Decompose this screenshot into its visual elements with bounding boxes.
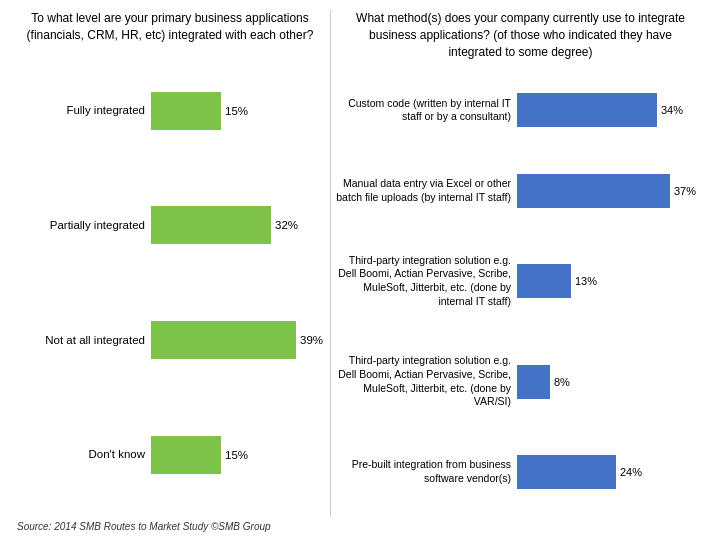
left-pct-1: 32%: [275, 219, 298, 231]
left-bar-row-1: Partially integrated 32%: [15, 206, 325, 244]
left-chart-title: To what level are your primary business …: [15, 10, 325, 44]
right-bar-wrap-3: 8%: [517, 365, 570, 399]
right-bar-wrap-2: 13%: [517, 264, 597, 298]
left-bar-wrap-0: 15%: [151, 92, 248, 130]
right-bar-0: [517, 93, 657, 127]
right-chart: What method(s) does your company current…: [336, 10, 705, 517]
right-bar-wrap-1: 37%: [517, 174, 696, 208]
left-bar-wrap-3: 15%: [151, 436, 248, 474]
right-pct-2: 13%: [575, 275, 597, 287]
left-bar-row-0: Fully integrated 15%: [15, 92, 325, 130]
right-bar-4: [517, 455, 616, 489]
left-label-0: Fully integrated: [15, 103, 145, 118]
right-pct-0: 34%: [661, 104, 683, 116]
left-bar-3: [151, 436, 221, 474]
right-label-2: Third-party integration solution e.g. De…: [336, 254, 511, 309]
left-bar-row-2: Not at all integrated 39%: [15, 321, 325, 359]
right-bar-1: [517, 174, 670, 208]
left-bar-1: [151, 206, 271, 244]
left-bar-2: [151, 321, 296, 359]
left-bars-container: Fully integrated 15% Partially integrate…: [15, 54, 325, 517]
left-pct-0: 15%: [225, 105, 248, 117]
right-pct-1: 37%: [674, 185, 696, 197]
left-pct-3: 15%: [225, 449, 248, 461]
right-label-1: Manual data entry via Excel or other bat…: [336, 177, 511, 204]
right-label-0: Custom code (written by internal IT staf…: [336, 97, 511, 124]
right-bars-container: Custom code (written by internal IT staf…: [336, 70, 705, 517]
right-chart-title: What method(s) does your company current…: [336, 10, 705, 60]
charts-row: To what level are your primary business …: [15, 10, 705, 517]
left-label-1: Partially integrated: [15, 218, 145, 233]
left-bar-row-3: Don't know 15%: [15, 436, 325, 474]
right-label-4: Pre-built integration from business soft…: [336, 458, 511, 485]
right-bar-wrap-4: 24%: [517, 455, 642, 489]
main-container: To what level are your primary business …: [0, 0, 720, 540]
left-chart: To what level are your primary business …: [15, 10, 325, 517]
right-bar-row-2: Third-party integration solution e.g. De…: [336, 254, 705, 309]
right-bar-2: [517, 264, 571, 298]
right-bar-row-3: Third-party integration solution e.g. De…: [336, 354, 705, 409]
left-pct-2: 39%: [300, 334, 323, 346]
source-text: Source: 2014 SMB Routes to Market Study …: [15, 517, 705, 532]
chart-divider: [330, 10, 331, 517]
right-bar-row-4: Pre-built integration from business soft…: [336, 455, 705, 489]
right-bar-wrap-0: 34%: [517, 93, 683, 127]
right-label-3: Third-party integration solution e.g. De…: [336, 354, 511, 409]
right-pct-3: 8%: [554, 376, 570, 388]
left-bar-wrap-2: 39%: [151, 321, 323, 359]
right-bar-row-1: Manual data entry via Excel or other bat…: [336, 174, 705, 208]
left-bar-0: [151, 92, 221, 130]
right-pct-4: 24%: [620, 466, 642, 478]
right-bar-3: [517, 365, 550, 399]
left-label-3: Don't know: [15, 447, 145, 462]
left-bar-wrap-1: 32%: [151, 206, 298, 244]
right-bar-row-0: Custom code (written by internal IT staf…: [336, 93, 705, 127]
left-label-2: Not at all integrated: [15, 333, 145, 348]
